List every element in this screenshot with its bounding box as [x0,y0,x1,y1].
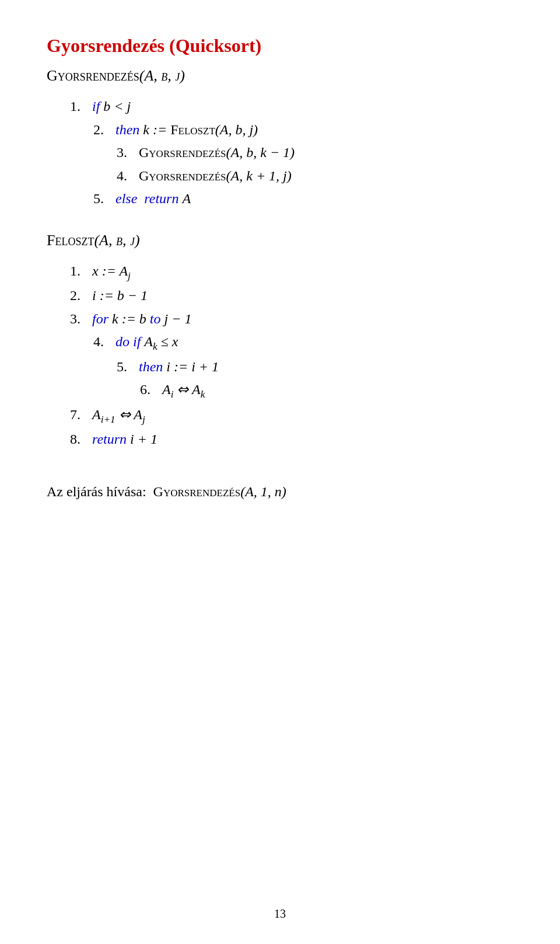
algo1-line1: 1. if b < j [47,95,513,119]
line-content: x := Aj [92,260,131,284]
line-content: Gyorsrendezés(A, k + 1, j) [139,165,292,188]
page-title: Gyorsrendezés (Quicksort) [47,35,513,57]
algo1-line4: 4. Gyorsrendezés(A, k + 1, j) [47,165,513,188]
line-content: return i + 1 [92,428,158,451]
algo2-line8: 8. return i + 1 [47,428,513,451]
line-number: 7. [70,403,88,427]
algo2-line1: 1. x := Aj [47,260,513,284]
line-number: 1. [70,95,88,119]
line-content: then k := Feloszt(A, b, j) [116,119,258,142]
algo2-block: Feloszt(A, b, j) 1. x := Aj 2. i := b − … [47,232,513,451]
algo2-line7: 7. Ai+1 ⇔ Aj [47,403,513,428]
line-number: 8. [70,428,88,451]
line-content: then i := i + 1 [139,356,219,379]
line-number: 6. [140,378,158,402]
line-number: 3. [70,308,88,331]
line-content: if b < j [92,95,131,119]
line-content: do if Ak ≤ x [116,330,178,355]
line-number: 4. [93,330,111,354]
line-number: 3. [117,141,134,165]
calling-line: Az eljárás hívása: Gyorsrendezés(A, 1, n… [47,480,513,504]
algo2-line4: 4. do if Ak ≤ x [47,330,513,355]
line-number: 2. [93,119,111,142]
algo2-name: Feloszt(A, b, j) [47,232,513,249]
line-content: Ai+1 ⇔ Aj [92,403,145,428]
line-number: 2. [70,284,88,308]
algo1-name: Gyorsrendezés(A, b, j) [47,67,513,85]
algo1-line5: 5. else return A [47,187,513,211]
line-number: 5. [93,187,111,211]
line-number: 1. [70,260,88,283]
line-content: Ai ⇔ Ak [162,378,205,403]
algo2-line5: 5. then i := i + 1 [47,356,513,379]
page: Gyorsrendezés (Quicksort) Gyorsrendezés(… [0,0,560,944]
line-content: Gyorsrendezés(A, b, k − 1) [139,141,295,165]
line-content: else return A [116,187,191,211]
algo1-line3: 3. Gyorsrendezés(A, b, k − 1) [47,141,513,165]
algo2-line3: 3. for k := b to j − 1 [47,308,513,331]
algo1-block: Gyorsrendezés(A, b, j) 1. if b < j 2. th… [47,67,513,211]
page-number: 13 [47,907,513,921]
line-content: i := b − 1 [92,284,148,308]
line-content: for k := b to j − 1 [92,308,191,331]
line-number: 4. [117,165,134,188]
algo2-line2: 2. i := b − 1 [47,284,513,308]
algo2-line6: 6. Ai ⇔ Ak [47,378,513,403]
algo1-line2: 2. then k := Feloszt(A, b, j) [47,119,513,142]
line-number: 5. [117,356,134,379]
